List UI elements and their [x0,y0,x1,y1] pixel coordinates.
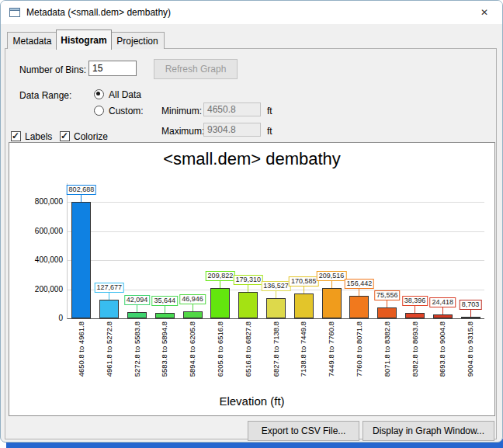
close-icon[interactable]: ✕ [467,1,502,24]
bins-input[interactable] [88,61,137,76]
labels-checkbox-label[interactable]: Labels [25,131,52,142]
colorize-checkbox[interactable] [60,131,70,141]
histogram-bar [238,292,258,318]
bar-value-label: 42,094 [124,295,151,305]
y-tick-label: 200,000 [13,285,63,293]
bar-label-stem [193,304,193,311]
bar-value-label: 24,418 [430,297,456,307]
bar-value-label: 127,677 [94,283,124,293]
histogram-bar [266,298,286,318]
x-tick-label: 5583.8 to 5894.8 [160,321,169,390]
plot-area: 0200,000400,000600,000800,000802,6884650… [67,183,484,319]
bar-value-label: 209,822 [206,271,236,281]
x-tick-label: 4961.8 to 5272.8 [105,321,114,390]
maximum-field[interactable]: 9304.8 [203,123,261,137]
window-title: Metadata (<small.dem> dembathy) [26,7,171,18]
tab-metadata-label: Metadata [12,36,51,47]
tab-projection[interactable]: Projection [110,32,165,49]
x-tick-label: 7138.8 to 7449.8 [299,321,308,390]
colorize-checkbox-label[interactable]: Colorize [74,131,108,142]
refresh-graph-button[interactable]: Refresh Graph [154,59,238,79]
bar-label-stem [415,306,415,313]
histogram-bar [294,293,314,318]
x-tick-label: 6827.8 to 7138.8 [272,321,281,390]
tab-metadata[interactable]: Metadata [7,32,57,49]
histogram-bar [433,314,453,318]
bar-value-label: 46,946 [179,294,206,304]
custom-radio[interactable] [94,106,104,116]
histogram-bar [127,312,147,318]
x-tick-label: 8693.8 to 9004.8 [438,321,447,390]
y-tick-label: 400,000 [13,255,63,264]
bar-label-stem [304,287,304,293]
bar-label-stem [220,281,220,288]
gridline [68,260,484,261]
all-data-radio-label[interactable]: All Data [109,89,141,100]
bar-label-stem [137,305,137,312]
histogram-bar [99,300,119,318]
minimum-field[interactable]: 4650.8 [203,102,261,116]
y-tick-label: 800,000 [13,197,63,206]
bar-value-label: 8,703 [460,300,482,310]
export-csv-button[interactable]: Export to CSV File... [248,421,359,441]
bar-label-stem [442,307,443,314]
histogram-bar [210,288,230,318]
maximum-unit-label: ft [267,126,272,137]
x-tick-label: 7760.8 to 8071.8 [355,321,364,390]
y-tick-label: 0 [13,314,63,322]
tab-histogram[interactable]: Histogram [56,30,112,50]
titlebar: Metadata (<small.dem> dembathy) ✕ [1,1,502,24]
x-tick-label: 8382.8 to 8693.8 [411,321,420,390]
bar-value-label: 156,442 [345,279,375,289]
histogram-bar [349,296,369,318]
x-tick-label: 4650.8 to 4961.8 [77,321,86,390]
x-tick-label: 7449.8 to 7760.8 [327,321,336,390]
x-tick-label: 6205.8 to 6516.8 [216,321,225,390]
histogram-bar [183,311,203,318]
all-data-radio[interactable] [94,89,104,99]
bins-label: Number of Bins: [19,64,86,75]
bar-value-label: 38,396 [402,296,428,306]
bar-value-label: 136,527 [261,281,291,291]
metadata-dialog: Metadata (<small.dem> dembathy) ✕ Metada… [0,0,503,443]
chart-title: <small.dem> dembathy [9,149,494,169]
y-tick-label: 600,000 [13,227,63,235]
histogram-bar [377,307,397,318]
histogram-bar [155,313,175,318]
data-range-label: Data Range: [19,90,71,101]
maximum-label: Maximum: [161,126,204,137]
tab-histogram-label: Histogram [61,35,106,46]
bar-label-stem [331,281,332,288]
window-icon [9,6,21,19]
histogram-bar [322,288,342,318]
minimum-unit-label: ft [267,106,272,116]
bar-label-stem [359,289,359,296]
x-tick-label: 8071.8 to 8382.8 [383,321,392,390]
bar-value-label: 209,516 [317,271,347,281]
histogram-bar [461,317,480,318]
x-axis-title: Elevation (ft) [9,394,494,408]
bar-label-stem [248,285,248,292]
gridline [68,202,484,203]
x-tick-label: 6516.8 to 6827.8 [244,321,253,390]
histogram-bar [405,313,425,318]
bar-label-stem [276,291,276,298]
bar-value-label: 35,644 [152,296,179,306]
histogram-chart: <small.dem> dembathy 0200,000400,000600,… [9,142,495,416]
display-graph-window-button[interactable]: Display in Graph Window... [363,421,494,441]
bar-value-label: 170,585 [289,276,319,287]
gridline [68,231,484,232]
bar-label-stem [81,195,82,202]
x-tick-label: 5272.8 to 5583.8 [133,321,142,390]
bar-label-stem [387,300,387,307]
bar-label-stem [109,293,109,300]
tab-projection-label: Projection [116,36,158,47]
labels-checkbox[interactable] [11,131,21,141]
bar-value-label: 802,688 [67,185,97,195]
bar-value-label: 179,310 [233,275,263,285]
custom-radio-label[interactable]: Custom: [109,106,144,116]
bar-label-stem [165,306,165,313]
x-tick-label: 9004.8 to 9315.8 [466,321,475,390]
x-tick-label: 5894.8 to 6205.8 [188,321,197,390]
bar-label-stem [470,310,471,317]
